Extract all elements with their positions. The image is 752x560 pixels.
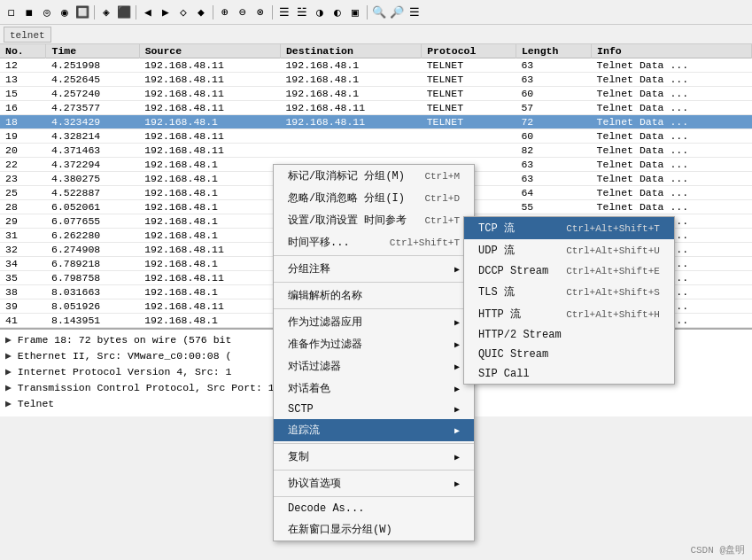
toolbar-icon-11[interactable]: ◆ bbox=[193, 4, 209, 20]
menu-item-label: 作为过滤器应用 bbox=[288, 315, 362, 330]
table-row[interactable]: 184.323429192.168.48.1192.168.48.11TELNE… bbox=[0, 115, 752, 129]
watermark: CSDN @盘明 bbox=[690, 543, 745, 556]
toolbar-icon-3[interactable]: ◎ bbox=[39, 4, 55, 20]
toolbar-icon-10[interactable]: ◇ bbox=[175, 4, 191, 20]
cell-1: 6.262280 bbox=[46, 229, 139, 243]
sub-menu-item-shortcut: Ctrl+Alt+Shift+T bbox=[566, 223, 660, 234]
toolbar-icon-15[interactable]: ☰ bbox=[276, 4, 292, 20]
cell-1: 6.052061 bbox=[46, 200, 139, 214]
menu-item[interactable]: 分组注释▶ bbox=[274, 258, 474, 280]
table-header-row: No. Time Source Destination Protocol Len… bbox=[0, 44, 752, 58]
cell-1: 8.051926 bbox=[46, 299, 139, 314]
toolbar-icon-6[interactable]: ◈ bbox=[98, 4, 114, 20]
menu-item-label: 编辑解析的名称 bbox=[288, 288, 362, 303]
cell-6: Telnet Data ... bbox=[592, 115, 752, 129]
toolbar-icon-9[interactable]: ▶ bbox=[158, 4, 174, 20]
toolbar-icon-21[interactable]: 🔎 bbox=[389, 4, 405, 20]
toolbar-icon-14[interactable]: ⊗ bbox=[252, 4, 268, 20]
menu-item-label: 对话着色 bbox=[288, 381, 330, 396]
menu-item[interactable]: 标记/取消标记 分组(M)Ctrl+M bbox=[274, 165, 474, 187]
menu-item[interactable]: 在新窗口显示分组(W) bbox=[274, 518, 474, 541]
sub-menu-item[interactable]: DCCP StreamCtrl+Alt+Shift+E bbox=[464, 261, 674, 281]
table-row[interactable]: 154.257240192.168.48.11192.168.48.1TELNE… bbox=[0, 87, 752, 101]
table-row[interactable]: 164.273577192.168.48.11192.168.48.11TELN… bbox=[0, 101, 752, 115]
cell-0: 13 bbox=[0, 73, 46, 87]
menu-item[interactable]: 准备作为过滤器▶ bbox=[274, 333, 474, 355]
table-row[interactable]: 204.371463192.168.48.1182Telnet Data ... bbox=[0, 144, 752, 158]
menu-item[interactable]: 对话过滤器▶ bbox=[274, 355, 474, 377]
menu-item-arrow: ▶ bbox=[454, 452, 460, 463]
sub-menu-item[interactable]: UDP 流Ctrl+Alt+Shift+U bbox=[464, 239, 674, 261]
cell-0: 39 bbox=[0, 299, 46, 314]
menu-item[interactable]: 复制▶ bbox=[274, 446, 474, 468]
menu-item-label: 对话过滤器 bbox=[288, 359, 341, 374]
col-time: Time bbox=[46, 44, 139, 58]
sub-menu-item[interactable]: SIP Call bbox=[464, 364, 674, 384]
toolbar-icon-18[interactable]: ◐ bbox=[329, 4, 345, 20]
menu-item[interactable]: 协议首选项▶ bbox=[274, 472, 474, 494]
col-no: No. bbox=[0, 44, 46, 58]
toolbar-sep-5 bbox=[367, 5, 368, 19]
table-row[interactable]: 124.251998192.168.48.11192.168.48.1TELNE… bbox=[0, 58, 752, 73]
toolbar-icon-19[interactable]: ▣ bbox=[347, 4, 363, 20]
toolbar-icon-17[interactable]: ◑ bbox=[312, 4, 328, 20]
cell-6: Telnet Data ... bbox=[592, 200, 752, 214]
toolbar-icon-13[interactable]: ⊖ bbox=[235, 4, 251, 20]
menu-item[interactable]: 作为过滤器应用▶ bbox=[274, 311, 474, 333]
cell-6: Telnet Data ... bbox=[592, 144, 752, 158]
cell-1: 4.273577 bbox=[46, 101, 139, 115]
sub-menu-item[interactable]: HTTP 流Ctrl+Alt+Shift+H bbox=[464, 303, 674, 325]
menu-separator bbox=[274, 282, 474, 283]
menu-item[interactable]: Decode As... bbox=[274, 499, 474, 518]
menu-item[interactable]: 对话着色▶ bbox=[274, 377, 474, 400]
cell-5: 60 bbox=[516, 129, 591, 144]
cell-5: 63 bbox=[516, 172, 591, 186]
menu-item[interactable]: 追踪流▶ bbox=[274, 419, 474, 441]
sub-menu-item[interactable]: QUIC Stream bbox=[464, 345, 674, 364]
toolbar-icon-16[interactable]: ☱ bbox=[294, 4, 310, 20]
col-destination: Destination bbox=[280, 44, 421, 58]
toolbar-icon-20[interactable]: 🔍 bbox=[371, 4, 387, 20]
cell-0: 28 bbox=[0, 200, 46, 214]
table-row[interactable]: 134.252645192.168.48.11192.168.48.1TELNE… bbox=[0, 73, 752, 87]
sub-menu-item[interactable]: TLS 流Ctrl+Alt+Shift+S bbox=[464, 281, 674, 303]
toolbar-icon-1[interactable]: ◻ bbox=[4, 4, 19, 20]
menu-item-label: Decode As... bbox=[288, 502, 364, 515]
menu-item-label: 在新窗口显示分组(W) bbox=[288, 522, 392, 537]
filter-label[interactable]: telnet bbox=[4, 27, 51, 43]
toolbar-icon-4[interactable]: ◉ bbox=[57, 4, 73, 20]
menu-item[interactable]: 时间平移...Ctrl+Shift+T bbox=[274, 231, 474, 253]
sub-menu-item-label: TCP 流 bbox=[478, 221, 515, 236]
menu-item-label: 忽略/取消忽略 分组(I) bbox=[288, 191, 405, 206]
menu-separator bbox=[274, 496, 474, 497]
cell-4: TELNET bbox=[422, 73, 516, 87]
table-row[interactable]: 194.328214192.168.48.1160Telnet Data ... bbox=[0, 129, 752, 144]
toolbar-icon-5[interactable]: 🔲 bbox=[74, 4, 90, 20]
cell-4: TELNET bbox=[422, 101, 516, 115]
menu-item-arrow: ▶ bbox=[454, 264, 460, 275]
toolbar-icon-2[interactable]: ◼ bbox=[21, 4, 37, 20]
sub-menu-item[interactable]: HTTP/2 Stream bbox=[464, 325, 674, 345]
menu-item[interactable]: SCTP▶ bbox=[274, 400, 474, 419]
col-source: Source bbox=[139, 44, 280, 58]
cell-2: 192.168.48.1 bbox=[139, 172, 280, 186]
cell-0: 34 bbox=[0, 257, 46, 271]
cell-1: 4.252645 bbox=[46, 73, 139, 87]
cell-0: 23 bbox=[0, 172, 46, 186]
sub-menu-item[interactable]: TCP 流Ctrl+Alt+Shift+T bbox=[464, 217, 674, 239]
cell-0: 25 bbox=[0, 186, 46, 200]
sub-menu-item-label: UDP 流 bbox=[478, 243, 515, 258]
toolbar-icon-8[interactable]: ◀ bbox=[140, 4, 156, 20]
menu-item[interactable]: 设置/取消设置 时间参考Ctrl+T bbox=[274, 209, 474, 231]
menu-item-label: 时间平移... bbox=[288, 235, 350, 250]
menu-item[interactable]: 忽略/取消忽略 分组(I)Ctrl+D bbox=[274, 187, 474, 209]
cell-6: Telnet Data ... bbox=[592, 158, 752, 172]
cell-5: 64 bbox=[516, 186, 591, 200]
cell-2: 192.168.48.1 bbox=[139, 257, 280, 271]
toolbar-icon-7[interactable]: ⬛ bbox=[116, 4, 132, 20]
cell-6: Telnet Data ... bbox=[592, 58, 752, 73]
toolbar-icon-22[interactable]: ☰ bbox=[407, 4, 423, 20]
toolbar-icon-12[interactable]: ⊕ bbox=[217, 4, 233, 20]
menu-item[interactable]: 编辑解析的名称 bbox=[274, 284, 474, 307]
menu-item-label: 复制 bbox=[288, 449, 309, 464]
